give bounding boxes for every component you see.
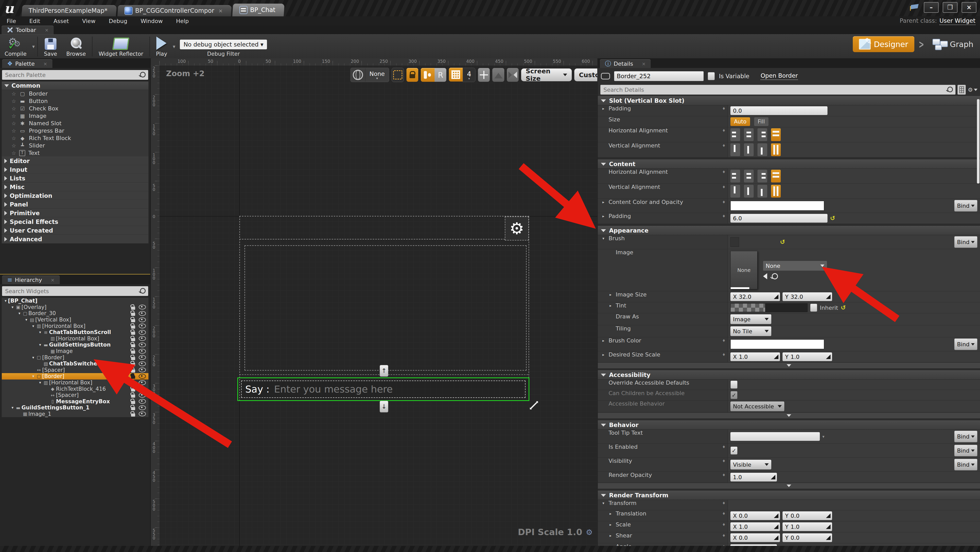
use-selected-icon[interactable]	[763, 273, 767, 279]
hierarchy-row-border[interactable]: ▾▢[Border]	[2, 354, 148, 361]
section-behavior[interactable]: Behavior	[598, 420, 980, 430]
bind-button[interactable]: Bind	[954, 445, 977, 457]
hierarchy-row-guildsettingsbutton-1[interactable]: ▾▬GuildSettingsButton_1	[2, 404, 148, 411]
size-option-fill[interactable]: Fill	[754, 117, 768, 126]
menu-window[interactable]: Window	[134, 18, 169, 24]
size-preset-dropdown[interactable]: Custom	[574, 68, 597, 81]
compile-button[interactable]: ⚙⚙✓ Compile	[0, 35, 31, 59]
visibility-eye-icon[interactable]	[139, 305, 146, 310]
close-icon[interactable]: ×	[45, 27, 49, 33]
hierarchy-row-horizontal-box[interactable]: ▾▥[Horizontal Box]	[2, 323, 148, 329]
visibility-eye-icon[interactable]	[139, 336, 146, 341]
visibility-eye-icon[interactable]	[139, 412, 146, 416]
expander-icon[interactable]: ▾	[602, 236, 609, 241]
menu-view[interactable]: View	[76, 18, 102, 24]
number-input[interactable]: 6.0	[730, 214, 827, 223]
number-field[interactable]: Y1.0	[783, 522, 832, 531]
spinner-icon[interactable]	[826, 535, 830, 540]
visibility-eye-icon[interactable]	[139, 399, 146, 404]
hierarchy-row-guildsettingsbutton[interactable]: ▾▬GuildSettingsButton	[2, 342, 148, 348]
visibility-eye-icon[interactable]	[139, 323, 146, 328]
hierarchy-row-vertical-box[interactable]: ▾▤[Vertical Box]	[2, 317, 148, 323]
hierarchy-row-overlay[interactable]: ▾▣[Overlay]	[2, 304, 148, 310]
expander-icon[interactable]: ▸	[609, 522, 616, 527]
maximize-button[interactable]: ❒	[943, 2, 958, 13]
spinner-icon[interactable]	[774, 535, 778, 540]
visibility-eye-icon[interactable]	[139, 405, 146, 410]
parent-class-value[interactable]: User Widget	[939, 17, 975, 25]
valign-option-3[interactable]	[771, 185, 781, 197]
palette-section-optimization[interactable]: Optimization	[2, 191, 148, 200]
expander-icon[interactable]: ▾	[38, 342, 42, 347]
inherit-checkbox[interactable]	[810, 304, 817, 312]
resize-handle-down[interactable]: ↓	[380, 401, 388, 412]
minimize-button[interactable]: –	[924, 2, 939, 13]
expander-icon[interactable]: ▸	[602, 214, 609, 218]
transform-mode-button[interactable]	[478, 68, 490, 82]
halign-option-1[interactable]	[744, 170, 754, 183]
document-tab-3[interactable]: BP_Chat	[232, 3, 285, 16]
favorite-star-icon[interactable]: ☆	[11, 143, 16, 149]
expander-icon[interactable]: ▸	[602, 352, 609, 357]
palette-section-editor[interactable]: Editor	[2, 157, 148, 165]
halign-option-2[interactable]	[757, 128, 767, 141]
menu-edit[interactable]: Edit	[23, 18, 47, 24]
expander-icon[interactable]: ▾	[17, 311, 22, 316]
image-asset-dropdown[interactable]: None	[763, 261, 827, 270]
lock-icon[interactable]	[131, 388, 135, 391]
reset-icon[interactable]: ↺	[841, 304, 846, 311]
palette-item-named-slot[interactable]: ☆✱Named Slot	[2, 119, 148, 127]
spinner-icon[interactable]	[774, 524, 778, 529]
expander-icon[interactable]: ▸	[609, 533, 616, 538]
expander-icon[interactable]: ▸	[609, 303, 616, 308]
palette-item-image[interactable]: ☆▦Image	[2, 112, 148, 119]
spinner-icon[interactable]	[826, 294, 830, 299]
expander-icon[interactable]: ▾	[3, 299, 8, 303]
lock-icon[interactable]	[131, 407, 135, 410]
visibility-eye-icon[interactable]	[139, 374, 146, 379]
designer-mode-button[interactable]: Designer	[853, 36, 914, 52]
color-swatch[interactable]	[730, 339, 824, 349]
valign-option-2[interactable]	[757, 185, 767, 197]
section-render-transform[interactable]: Render Transform	[598, 491, 980, 500]
color-swatch[interactable]	[730, 201, 824, 211]
palette-item-progress-bar[interactable]: ☆▭Progress Bar	[2, 127, 148, 134]
widget-reflector-button[interactable]: Widget Reflector	[94, 35, 148, 59]
bind-button[interactable]: Bind	[954, 200, 977, 212]
valign-option-2[interactable]	[757, 143, 767, 156]
hierarchy-tab[interactable]: ≡ Hierarchy×	[2, 275, 60, 284]
favorite-star-icon[interactable]: ☆	[11, 120, 16, 127]
palette-section-misc[interactable]: Misc	[2, 183, 148, 191]
palette-item-slider[interactable]: ☆┻Slider	[2, 142, 148, 149]
valign-option-0[interactable]	[730, 143, 740, 156]
number-field[interactable]: X1.0	[730, 352, 780, 361]
details-search-input[interactable]: Search Details	[600, 85, 956, 95]
visibility-eye-icon[interactable]	[139, 342, 146, 347]
hierarchy-row-spacer[interactable]: ↔[Spacer]	[2, 392, 148, 398]
lock-icon[interactable]	[131, 313, 135, 316]
close-icon[interactable]: ×	[43, 61, 47, 67]
hierarchy-row-bp-chat[interactable]: ▾[BP_Chat]	[2, 298, 148, 304]
hierarchy-row-horizontal-box[interactable]: ▥[Horizontal Box]	[2, 336, 148, 342]
brush-preview[interactable]	[730, 237, 739, 247]
close-icon[interactable]: ×	[642, 61, 646, 67]
hierarchy-row-border[interactable]: ▾▢[Border]	[2, 373, 148, 380]
palette-item-button[interactable]: ☆▬Button	[2, 97, 148, 105]
palette-tab[interactable]: ❖ Palette×	[2, 59, 52, 68]
expander-icon[interactable]: ▾	[38, 330, 42, 334]
image-thumbnail[interactable]: None	[730, 251, 757, 289]
number-field[interactable]: 1.0	[730, 473, 777, 482]
favorite-star-icon[interactable]: ☆	[11, 135, 16, 141]
dropdown-accessible-behavior[interactable]: Not Accessible	[730, 401, 784, 411]
property-matrix-button[interactable]	[958, 85, 966, 95]
resize-handle-up[interactable]: ↑	[380, 365, 388, 377]
valign-option-1[interactable]	[744, 143, 754, 156]
reset-icon[interactable]: ↺	[830, 215, 835, 222]
palette-item-text[interactable]: ☆TText	[2, 149, 148, 157]
hierarchy-search-input[interactable]: Search Widgets	[2, 286, 148, 296]
flip-direction-button[interactable]	[507, 68, 519, 82]
canvas-grid[interactable]: Zoom +2 None▾ R 4▾	[159, 65, 597, 546]
close-icon[interactable]: ×	[51, 277, 54, 283]
spinner-icon[interactable]	[826, 524, 830, 529]
menu-debug[interactable]: Debug	[102, 18, 134, 24]
